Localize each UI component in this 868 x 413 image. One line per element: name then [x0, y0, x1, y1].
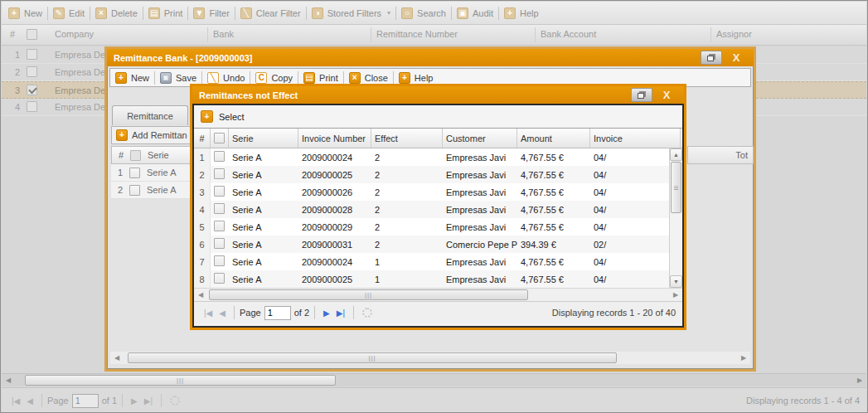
scroll-left-icon[interactable]: ◀ [194, 291, 207, 299]
col-company[interactable]: Company [55, 29, 94, 39]
col-customer[interactable]: Customer [443, 129, 517, 148]
modal1-hscroll-thumb[interactable]: ||| [128, 352, 617, 363]
remittance-row[interactable]: 8Serie A20090000251Empresas Javi4,767.55… [194, 270, 682, 288]
col-bank-account[interactable]: Bank Account [541, 29, 596, 39]
col-effect[interactable]: Effect [371, 129, 443, 148]
remittance-row[interactable]: 5Serie A20090000292Empresas Javi4,767.55… [194, 218, 682, 236]
scroll-up-icon[interactable]: ▲ [670, 148, 682, 161]
scroll-down-icon[interactable]: ▼ [670, 275, 682, 288]
modal1-button-copy[interactable]: CCopy [255, 72, 293, 84]
scroll-right-icon[interactable]: ▶ [853, 377, 866, 384]
toolbar-button-filter[interactable]: ▼Filter [193, 7, 229, 19]
last-page-button[interactable]: ▶| [337, 309, 345, 318]
col-invoice[interactable]: Invoice [590, 129, 681, 148]
modal1-button-undo[interactable]: ╲Undo [207, 72, 245, 84]
row-checkbox-cell[interactable] [211, 255, 229, 268]
toolbar-button-help[interactable]: +Help [504, 7, 539, 19]
col-invoice-number[interactable]: Invoice Number [298, 129, 371, 148]
next-page-button[interactable]: ▶ [131, 396, 138, 406]
row-checkbox-cell[interactable] [211, 221, 229, 233]
row-checkbox[interactable] [27, 66, 37, 77]
toolbar-button-print[interactable]: ▤Print [148, 7, 183, 19]
modal2-vscrollbar[interactable]: ▲ ☰ ▼ [669, 148, 682, 288]
remittance-row[interactable]: 1Serie A20090000242Empresas Javi4,767.55… [194, 148, 682, 166]
row-checkbox-cell[interactable] [211, 168, 229, 181]
remittance-row[interactable]: 2Serie A20090000252Empresas Javi4,767.55… [194, 166, 682, 183]
prev-page-button[interactable]: ◀ [219, 309, 225, 318]
main-hscroll-thumb[interactable]: ||| [25, 375, 336, 386]
row-checkbox[interactable] [214, 168, 225, 179]
prev-page-button[interactable]: ◀ [27, 396, 33, 406]
serie-row[interactable]: 1Serie A [111, 164, 194, 182]
row-checkbox[interactable] [27, 101, 37, 112]
close-window-button[interactable]: X [725, 51, 747, 65]
toolbar-button-stored-filters[interactable]: ◑Stored Filters▾ [312, 7, 390, 19]
tab-remittance[interactable]: Remittance [112, 105, 188, 125]
remittance-row[interactable]: 7Serie A20090000241Empresas Javi4,767.55… [194, 253, 682, 270]
page-input[interactable] [72, 394, 99, 408]
modal2-vscroll-thumb[interactable]: ☰ [671, 162, 681, 213]
col-amount[interactable]: Amount [517, 129, 590, 148]
first-page-button[interactable]: |◀ [204, 309, 212, 318]
modal1-hscrollbar[interactable]: ◀ ||| ▶ [110, 352, 750, 364]
row-checkbox[interactable] [214, 255, 225, 266]
row-checkbox[interactable] [129, 185, 140, 196]
row-checkbox[interactable] [214, 151, 225, 162]
main-hscrollbar[interactable]: ◀ ||| ▶ [2, 373, 866, 386]
toolbar-button-delete[interactable]: ×Delete [95, 7, 138, 19]
remittance-row[interactable]: 6Serie A20090000312Comercio Pepe Per394.… [194, 236, 682, 253]
col-assignor[interactable]: Assignor [716, 29, 752, 39]
row-checkbox-cell[interactable] [211, 273, 229, 285]
row-checkbox-cell[interactable] [211, 186, 229, 198]
scroll-right-icon[interactable]: ▶ [737, 354, 750, 362]
row-checkbox[interactable] [214, 238, 225, 249]
modal1-button-save[interactable]: ▣Save [160, 72, 196, 84]
toolbar-button-clear-filter[interactable]: ╲Clear Filter [240, 7, 301, 19]
scroll-left-icon[interactable]: ◀ [2, 377, 15, 384]
first-page-button[interactable]: |◀ [12, 396, 20, 406]
close-window-button[interactable]: X [656, 88, 677, 102]
row-checkbox[interactable] [214, 186, 225, 197]
select-all-checkbox[interactable] [27, 29, 37, 40]
scroll-left-icon[interactable]: ◀ [110, 354, 124, 362]
modal1-button-print[interactable]: ▤Print [303, 72, 338, 84]
serie-select-all-checkbox[interactable] [130, 150, 141, 161]
toolbar-button-search[interactable]: ○Search [401, 7, 446, 19]
modal2-hscroll-thumb[interactable]: ||| [209, 289, 528, 300]
serie-row[interactable]: 2Serie A [111, 182, 194, 199]
toolbar-button-edit[interactable]: ✎Edit [53, 7, 85, 19]
refresh-icon[interactable] [362, 308, 372, 318]
row-checkbox-cell[interactable] [211, 203, 229, 216]
next-page-button[interactable]: ▶ [323, 309, 330, 318]
row-checkbox[interactable] [129, 168, 140, 178]
select-all-checkbox[interactable] [214, 133, 225, 143]
toolbar-button-audit[interactable]: ▣Audit [457, 7, 493, 19]
remittances-not-effect-titlebar[interactable]: Remittances not Effect X [192, 86, 684, 104]
page-input[interactable] [264, 306, 291, 320]
col-serie[interactable]: Serie [229, 129, 298, 148]
col-remittance-number[interactable]: Remittance Number [376, 29, 458, 39]
modal1-button-close[interactable]: ×Close [349, 72, 388, 84]
toolbar-button-new[interactable]: +New [8, 7, 42, 19]
row-checkbox[interactable] [214, 221, 225, 231]
row-checkbox-cell[interactable] [211, 151, 229, 163]
modal1-button-new[interactable]: +New [115, 72, 149, 84]
modal1-button-help[interactable]: +Help [399, 72, 434, 84]
row-checkbox[interactable] [214, 203, 225, 214]
restore-window-button[interactable] [631, 88, 652, 102]
refresh-icon[interactable] [170, 396, 180, 406]
row-checkbox[interactable] [27, 85, 37, 95]
scroll-right-icon[interactable]: ▶ [669, 291, 682, 299]
row-checkbox[interactable] [27, 49, 37, 60]
last-page-button[interactable]: ▶| [144, 396, 153, 406]
total-column-header[interactable]: Tot [687, 146, 754, 164]
restore-window-button[interactable] [701, 51, 722, 65]
remittance-row[interactable]: 4Serie A20090000282Empresas Javi4,767.55… [194, 201, 682, 218]
row-checkbox[interactable] [214, 273, 225, 284]
remittance-bank-titlebar[interactable]: Remittance Bank - [2009000003] X [107, 49, 754, 66]
modal2-hscrollbar[interactable]: ◀ ||| ▶ [194, 288, 682, 301]
select-button[interactable]: Select [219, 112, 245, 122]
header-checkbox-cell[interactable] [211, 129, 229, 148]
remittance-row[interactable]: 3Serie A20090000262Empresas Javi4,767.55… [194, 183, 682, 201]
row-checkbox-cell[interactable] [211, 238, 229, 250]
